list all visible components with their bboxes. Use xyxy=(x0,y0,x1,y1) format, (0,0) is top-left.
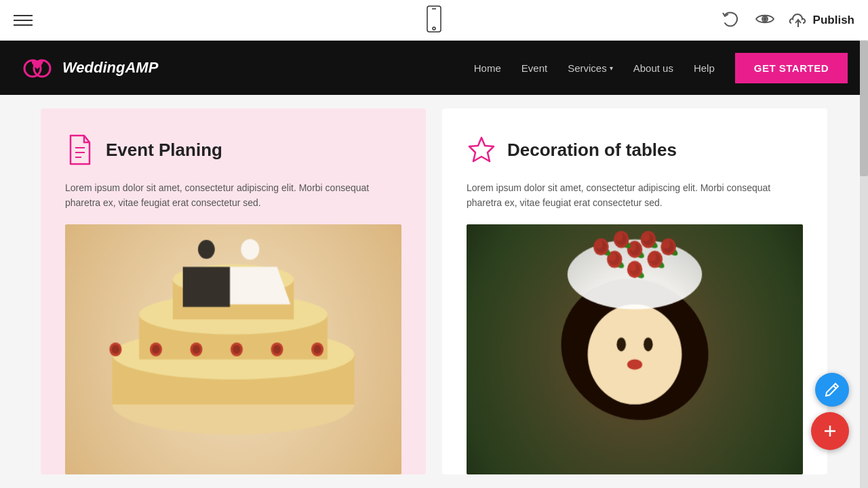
svg-point-4 xyxy=(764,18,766,20)
event-planning-desc: Lorem ipsum dolor sit amet, consectetur … xyxy=(65,180,401,211)
menu-icon[interactable] xyxy=(14,15,33,26)
brand: WeddingAMP xyxy=(20,51,158,85)
preview-eye-icon[interactable] xyxy=(755,11,775,30)
scrollbar-thumb[interactable] xyxy=(860,41,868,176)
card-header-right: Decoration of tables xyxy=(467,133,803,167)
nav-services[interactable]: Services ▾ xyxy=(568,62,613,74)
publish-button[interactable]: Publish xyxy=(789,12,854,28)
decoration-desc: Lorem ipsum dolor sit amet, consectetur … xyxy=(467,180,803,211)
toolbar-left xyxy=(14,15,33,26)
decoration-image xyxy=(467,224,803,474)
toolbar: Publish xyxy=(0,0,868,41)
card-header-left: Event Planing xyxy=(65,133,401,167)
edit-fab-button[interactable] xyxy=(815,373,849,407)
decoration-title: Decoration of tables xyxy=(507,140,677,161)
brand-logo xyxy=(20,51,54,85)
svg-rect-0 xyxy=(427,6,441,32)
add-fab-button[interactable] xyxy=(811,412,849,450)
nav-home[interactable]: Home xyxy=(474,62,501,74)
event-planning-image xyxy=(65,224,401,474)
wedding-cake-canvas xyxy=(65,224,401,474)
brand-name: WeddingAMP xyxy=(62,59,158,77)
decoration-card: Decoration of tables Lorem ipsum dolor s… xyxy=(442,108,827,474)
navbar: WeddingAMP Home Event Services ▾ About u… xyxy=(0,41,868,95)
services-dropdown-arrow: ▾ xyxy=(610,64,613,72)
content-area: Event Planing Lorem ipsum dolor sit amet… xyxy=(0,95,868,488)
toolbar-right: Publish xyxy=(721,9,854,31)
publish-label: Publish xyxy=(813,14,854,27)
get-started-button[interactable]: GET STARTED xyxy=(735,53,848,83)
nav-event[interactable]: Event xyxy=(521,62,547,74)
pencil-icon xyxy=(823,381,841,399)
svg-line-12 xyxy=(833,386,836,388)
nav-help[interactable]: Help xyxy=(694,62,715,74)
svg-marker-11 xyxy=(469,138,494,161)
event-planning-card: Event Planing Lorem ipsum dolor sit amet… xyxy=(41,108,426,474)
phone-preview-icon[interactable] xyxy=(425,5,443,35)
toolbar-center xyxy=(425,5,443,35)
nav-about[interactable]: About us xyxy=(633,62,673,74)
plus-icon xyxy=(821,422,839,440)
document-icon xyxy=(65,133,95,167)
star-icon xyxy=(467,133,496,167)
navbar-links: Home Event Services ▾ About us Help GET … xyxy=(474,53,848,83)
bride-canvas xyxy=(467,224,803,474)
event-planning-title: Event Planing xyxy=(106,140,222,161)
svg-point-2 xyxy=(433,27,435,30)
scrollbar-track[interactable] xyxy=(860,41,868,488)
undo-icon[interactable] xyxy=(721,9,741,31)
